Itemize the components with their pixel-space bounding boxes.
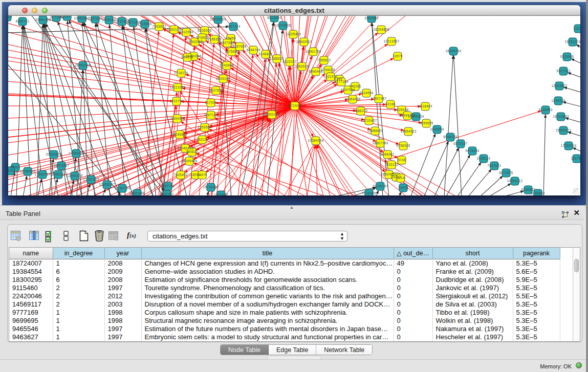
svg-text:273503: 273503 bbox=[196, 36, 208, 39]
svg-text:30557: 30557 bbox=[62, 16, 72, 18]
svg-text:9084067: 9084067 bbox=[380, 152, 394, 156]
svg-text:9329966: 9329966 bbox=[560, 55, 574, 58]
svg-text:7663822: 7663822 bbox=[152, 25, 166, 28]
svg-text:10807487: 10807487 bbox=[371, 97, 386, 100]
svg-text:16961758: 16961758 bbox=[305, 50, 321, 53]
svg-text:2718176: 2718176 bbox=[174, 71, 188, 75]
svg-text:9245652: 9245652 bbox=[521, 188, 535, 191]
svg-text:85061: 85061 bbox=[10, 165, 20, 169]
svg-text:12093822: 12093822 bbox=[551, 84, 567, 87]
svg-text:2367608: 2367608 bbox=[232, 45, 246, 48]
svg-text:8813054: 8813054 bbox=[267, 16, 281, 19]
svg-text:10975: 10975 bbox=[393, 54, 403, 58]
svg-text:7632621: 7632621 bbox=[487, 164, 501, 167]
svg-text:9746: 9746 bbox=[398, 158, 406, 162]
svg-text:14479: 14479 bbox=[197, 173, 207, 177]
svg-text:10853267: 10853267 bbox=[74, 16, 90, 20]
svg-text:116753: 116753 bbox=[571, 157, 580, 160]
svg-text:15720407: 15720407 bbox=[361, 119, 377, 122]
svg-text:6879197: 6879197 bbox=[453, 142, 467, 145]
svg-text:1615132: 1615132 bbox=[384, 163, 398, 166]
svg-text:18640910: 18640910 bbox=[296, 40, 312, 43]
svg-text:149822: 149822 bbox=[186, 150, 198, 154]
svg-text:17016504: 17016504 bbox=[560, 144, 576, 147]
svg-text:9214: 9214 bbox=[397, 176, 405, 180]
svg-text:9227342: 9227342 bbox=[556, 69, 570, 73]
svg-text:3267110: 3267110 bbox=[204, 113, 218, 117]
svg-text:1527602: 1527602 bbox=[88, 17, 102, 20]
svg-text:16210643: 16210643 bbox=[553, 115, 569, 118]
svg-text:7955812: 7955812 bbox=[317, 58, 331, 62]
svg-text:9777169: 9777169 bbox=[334, 80, 348, 83]
svg-text:8186328: 8186328 bbox=[207, 37, 221, 41]
svg-text:19384554: 19384554 bbox=[308, 139, 323, 142]
svg-text:18807249: 18807249 bbox=[372, 141, 388, 145]
svg-text:1588520: 1588520 bbox=[270, 57, 284, 60]
svg-text:9474444: 9474444 bbox=[465, 149, 479, 152]
svg-text:2803144: 2803144 bbox=[216, 77, 230, 80]
svg-text:2087682: 2087682 bbox=[364, 16, 378, 20]
svg-text:989612: 989612 bbox=[181, 55, 193, 59]
svg-text:15495794: 15495794 bbox=[399, 114, 415, 117]
svg-text:28053346: 28053346 bbox=[75, 63, 91, 67]
svg-text:9327508: 9327508 bbox=[220, 41, 234, 45]
svg-text:16033809: 16033809 bbox=[210, 17, 226, 21]
svg-text:20691406: 20691406 bbox=[35, 18, 51, 21]
svg-text:19654923: 19654923 bbox=[400, 129, 416, 133]
svg-text:20206576: 20206576 bbox=[46, 152, 61, 156]
svg-text:9756928: 9756928 bbox=[396, 144, 410, 147]
svg-text:1640954: 1640954 bbox=[430, 127, 444, 131]
svg-text:6794028: 6794028 bbox=[321, 68, 335, 72]
svg-text:8322037: 8322037 bbox=[282, 60, 296, 63]
svg-text:17957223: 17957223 bbox=[83, 178, 99, 181]
svg-text:16136141: 16136141 bbox=[372, 184, 388, 188]
svg-text:6497508: 6497508 bbox=[341, 88, 355, 92]
svg-text:16154808: 16154808 bbox=[373, 28, 389, 31]
svg-text:12505135: 12505135 bbox=[67, 174, 82, 178]
svg-text:16543362: 16543362 bbox=[187, 40, 203, 43]
svg-text:12923446: 12923446 bbox=[129, 191, 145, 195]
svg-text:7216485: 7216485 bbox=[362, 191, 376, 195]
svg-text:3624554: 3624554 bbox=[359, 91, 373, 95]
svg-text:19218506: 19218506 bbox=[275, 24, 291, 27]
svg-text:14099489: 14099489 bbox=[181, 159, 197, 163]
svg-text:1244419: 1244419 bbox=[551, 99, 565, 102]
svg-text:15716485: 15716485 bbox=[203, 185, 219, 189]
svg-text:9699695: 9699695 bbox=[419, 121, 433, 125]
svg-text:19166827: 19166827 bbox=[171, 133, 187, 136]
svg-text:8912954: 8912954 bbox=[179, 30, 193, 34]
svg-text:3675685: 3675685 bbox=[225, 50, 238, 53]
svg-text:17942757: 17942757 bbox=[34, 172, 50, 176]
svg-text:3215953: 3215953 bbox=[538, 108, 552, 112]
svg-text:8226058: 8226058 bbox=[198, 29, 211, 32]
svg-text:17359928: 17359928 bbox=[68, 151, 84, 155]
svg-text:8427552: 8427552 bbox=[209, 89, 223, 92]
svg-text:1621072: 1621072 bbox=[323, 75, 337, 78]
svg-text:2935114: 2935114 bbox=[477, 157, 491, 160]
svg-text:33426: 33426 bbox=[398, 186, 408, 189]
svg-text:1362615: 1362615 bbox=[295, 64, 309, 68]
svg-text:15300275: 15300275 bbox=[264, 113, 279, 116]
svg-text:10688609: 10688609 bbox=[367, 129, 383, 133]
svg-text:7357224: 7357224 bbox=[226, 25, 240, 28]
svg-text:1353594: 1353594 bbox=[198, 125, 211, 129]
svg-text:12213389: 12213389 bbox=[169, 85, 185, 89]
svg-text:15692971: 15692971 bbox=[555, 128, 571, 132]
svg-text:62160: 62160 bbox=[385, 102, 396, 106]
svg-text:9457792: 9457792 bbox=[160, 192, 173, 195]
svg-text:7386372: 7386372 bbox=[354, 109, 367, 113]
svg-text:9242848: 9242848 bbox=[220, 63, 233, 67]
svg-text:917004: 917004 bbox=[205, 101, 217, 104]
svg-text:10958107: 10958107 bbox=[99, 183, 115, 186]
svg-text:16046718: 16046718 bbox=[177, 146, 193, 150]
svg-text:1571648: 1571648 bbox=[214, 193, 228, 195]
svg-text:746266: 746266 bbox=[349, 84, 361, 88]
svg-text:11124: 11124 bbox=[574, 27, 580, 30]
svg-text:16782759: 16782759 bbox=[114, 186, 130, 190]
svg-text:9245653: 9245653 bbox=[531, 191, 545, 195]
svg-text:1145194: 1145194 bbox=[52, 172, 66, 176]
svg-text:15751074: 15751074 bbox=[564, 40, 580, 43]
svg-text:4055721: 4055721 bbox=[15, 19, 29, 23]
svg-text:39154: 39154 bbox=[8, 169, 15, 172]
svg-text:15468: 15468 bbox=[226, 36, 236, 40]
